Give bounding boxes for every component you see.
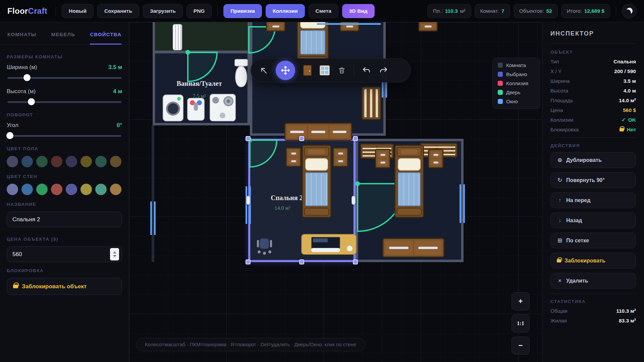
price-label: Цена <box>550 107 563 113</box>
send-back-button[interactable]: ↓Назад <box>550 213 636 228</box>
legend-swatch <box>498 72 503 77</box>
window-marker[interactable] <box>150 201 156 235</box>
nightstand[interactable] <box>375 149 390 168</box>
tab-furniture[interactable]: МЕБЕЛЬ <box>51 22 75 45</box>
lock-object-button[interactable]: Заблокировать объект <box>7 278 122 295</box>
selection-handle[interactable] <box>352 196 356 205</box>
room-kitchen[interactable] <box>153 22 250 53</box>
price-input[interactable] <box>7 246 122 262</box>
floor-color-swatch[interactable] <box>80 156 92 167</box>
floor-color-swatch[interactable] <box>95 156 107 167</box>
window-tool[interactable] <box>320 65 330 75</box>
rotate-90-button[interactable]: ↻Повернуть 90° <box>550 172 636 188</box>
wall-color-swatch[interactable] <box>66 184 77 195</box>
section-lock: БЛОКИРОВКА <box>7 268 122 273</box>
wardrobe[interactable] <box>362 86 381 120</box>
selection-handle[interactable] <box>246 259 251 264</box>
tab-rooms[interactable]: КОМНАТЫ <box>7 22 36 45</box>
new-button[interactable]: Новый <box>62 4 94 18</box>
total-area-label: Общая <box>550 308 568 314</box>
delete-tool[interactable] <box>338 66 346 74</box>
save-button[interactable]: Сохранить <box>97 4 139 18</box>
wall-color-swatch[interactable] <box>51 184 62 195</box>
zoom-reset-button[interactable]: 1:1 <box>512 314 530 333</box>
nightstand[interactable] <box>286 147 301 167</box>
selection-handle[interactable] <box>246 136 251 141</box>
tab-properties[interactable]: СВОЙСТВА <box>90 22 121 45</box>
trash-icon <box>338 66 346 74</box>
office-chair[interactable] <box>257 236 272 253</box>
wall-color-swatch[interactable] <box>21 184 33 195</box>
bed[interactable] <box>394 145 424 218</box>
snap-toggle[interactable]: Привязка <box>223 4 262 18</box>
height-slider[interactable] <box>7 98 121 106</box>
nightstand[interactable] <box>266 22 285 32</box>
collisions-toggle[interactable]: Коллизии <box>266 4 305 18</box>
floorplan-canvas[interactable]: Ванная/Туалет 7.5 м² Спальня 1 20.3 м² С… <box>129 22 542 362</box>
wall-color-swatch[interactable] <box>95 184 107 195</box>
price-value: 560 $ <box>623 107 636 113</box>
floor-color-swatch[interactable] <box>21 156 33 167</box>
redo-icon <box>379 66 388 75</box>
floor-color-swatch[interactable] <box>36 156 48 167</box>
floor-color-swatch[interactable] <box>66 156 77 167</box>
slider-thumb[interactable] <box>23 74 31 81</box>
door-tool[interactable] <box>303 65 312 76</box>
wall-color-swatch[interactable] <box>80 184 92 195</box>
wall-color-swatch[interactable] <box>7 184 18 195</box>
width-slider[interactable] <box>7 74 121 81</box>
png-export-button[interactable]: PNG <box>186 4 212 18</box>
dresser[interactable] <box>284 123 352 141</box>
shower[interactable] <box>210 94 236 121</box>
zoom-out-button[interactable]: − <box>512 337 530 355</box>
room-name-input[interactable] <box>7 212 122 227</box>
floor-color-swatch[interactable] <box>110 156 121 167</box>
washing-machine[interactable] <box>163 95 183 121</box>
dresser[interactable] <box>382 238 444 257</box>
wall-color-swatch[interactable] <box>36 184 48 195</box>
estimate-button[interactable]: Смета <box>309 4 338 18</box>
theme-toggle[interactable] <box>622 4 637 18</box>
view-3d-button[interactable]: 3D Вид <box>342 4 375 18</box>
nightstand[interactable] <box>333 147 348 167</box>
desk[interactable] <box>301 234 357 255</box>
slider-thumb[interactable] <box>6 132 13 139</box>
zoom-in-button[interactable]: + <box>512 292 530 310</box>
lock-button[interactable]: Заблокировать <box>550 253 636 268</box>
price-stepper[interactable] <box>110 248 119 260</box>
bring-front-button[interactable]: ↑На перед <box>550 192 636 208</box>
angle-slider[interactable] <box>7 132 121 139</box>
bed[interactable] <box>302 145 331 218</box>
toilet[interactable] <box>233 59 249 87</box>
floor-color-swatch[interactable] <box>7 156 18 167</box>
window-marker[interactable] <box>246 186 251 224</box>
selection-handle[interactable] <box>353 259 358 264</box>
wall-color-swatch[interactable] <box>110 184 121 195</box>
nightstand[interactable] <box>428 149 443 168</box>
selection-handle[interactable] <box>299 259 304 264</box>
snap-to-grid-button[interactable]: ⊞По сетке <box>550 233 636 248</box>
slider-track <box>7 135 121 137</box>
radiator[interactable] <box>173 24 182 50</box>
floor-color-swatch[interactable] <box>51 156 62 167</box>
duplicate-button[interactable]: ⊕Дублировать <box>550 152 636 168</box>
slider-thumb[interactable] <box>28 98 35 105</box>
undo-button[interactable] <box>362 66 371 75</box>
legend-swatch <box>498 63 503 68</box>
move-tool[interactable] <box>276 61 295 80</box>
load-button[interactable]: Загрузить <box>143 4 183 18</box>
stepper-up-icon[interactable] <box>113 251 116 253</box>
redo-button[interactable] <box>379 66 388 75</box>
wall-segment[interactable] <box>152 125 154 262</box>
selection-handle[interactable] <box>246 196 250 205</box>
delete-button[interactable]: ×Удалить <box>550 273 636 289</box>
stepper-down-icon[interactable] <box>113 255 116 257</box>
window-marker[interactable] <box>317 22 381 25</box>
selection-handle[interactable] <box>353 136 358 141</box>
sink[interactable] <box>187 98 205 121</box>
section-wall-color: ЦВЕТ СТЕН <box>7 174 122 179</box>
window-marker[interactable] <box>460 184 465 223</box>
selection-handle[interactable] <box>299 136 304 141</box>
nightstand[interactable] <box>418 22 438 32</box>
select-tool[interactable] <box>260 66 268 74</box>
